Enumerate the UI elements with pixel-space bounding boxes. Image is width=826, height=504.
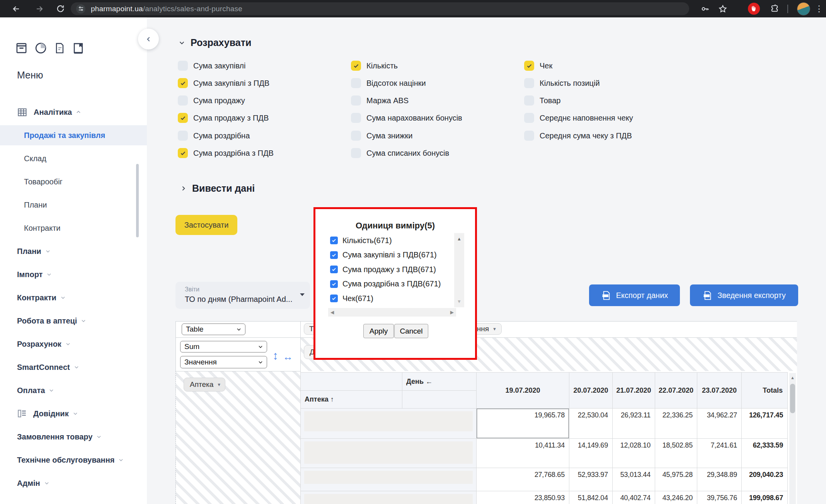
totals-column-header[interactable]: Totals <box>742 373 788 409</box>
extensions-puzzle-icon[interactable] <box>767 0 782 17</box>
date-column-header[interactable]: 21.07.2020 <box>613 373 655 409</box>
sidebar-item-довідник[interactable]: Довідник <box>0 404 147 424</box>
modal-list-item[interactable]: Чек(671) <box>330 293 373 304</box>
pie-chart-icon[interactable] <box>34 41 47 56</box>
checkbox-unchecked[interactable] <box>351 113 361 123</box>
sidebar-item-оплата[interactable]: Оплата <box>0 380 147 400</box>
sidebar-item-технічне-обслуговування[interactable]: Технічне обслуговування <box>0 450 147 470</box>
sidebar-item-розрахунок[interactable]: Розрахунок <box>0 334 147 354</box>
archive-box-icon[interactable] <box>15 41 27 56</box>
modal-apply-button[interactable]: Apply <box>363 324 394 338</box>
checkbox-unchecked[interactable] <box>524 113 534 123</box>
date-column-header[interactable]: 23.07.2020 <box>697 373 742 409</box>
url-bar[interactable]: pharmapoint.ua/analytics/sales-and-purch… <box>71 2 689 15</box>
value-cell[interactable]: 53,013.44 <box>613 468 655 491</box>
value-field-select[interactable]: Значення <box>180 356 267 368</box>
col-order-arrow[interactable]: ↔ <box>283 351 293 363</box>
date-column-header[interactable]: 19.07.2020 <box>477 373 569 409</box>
value-cell[interactable]: 12,028.10 <box>613 439 655 468</box>
value-cell[interactable]: 27,768.65 <box>477 468 569 491</box>
sidebar-item-склад[interactable]: Склад <box>0 148 147 169</box>
password-key-icon[interactable] <box>698 0 712 17</box>
sidebar-collapse-button[interactable] <box>138 29 159 49</box>
modal-list-item[interactable]: Сума закупівлі з ПДВ(671) <box>330 249 437 261</box>
bookmark-star-icon[interactable] <box>716 0 730 17</box>
renderer-select[interactable]: Table <box>182 324 245 335</box>
row-label-cell[interactable] <box>301 409 477 439</box>
value-cell[interactable]: 14,149.69 <box>569 439 613 468</box>
checkbox-unchecked[interactable] <box>351 95 361 106</box>
row-axis-header[interactable]: Аптека ↑ <box>301 391 402 409</box>
checkbox-checked[interactable] <box>330 251 338 259</box>
apply-filters-button[interactable]: Застосувати <box>175 215 237 235</box>
row-attr-pill[interactable]: Аптека ▼ <box>184 378 225 392</box>
value-cell[interactable]: 22,336.25 <box>655 409 697 439</box>
scrollbar-up-arrow-icon[interactable]: ▲ <box>789 375 796 380</box>
checkbox-checked[interactable] <box>351 61 361 71</box>
checkbox-unchecked[interactable] <box>524 78 534 88</box>
sidebar-item-адмін[interactable]: Адмін <box>0 473 147 493</box>
adblock-extension-icon[interactable] <box>745 0 762 17</box>
scrollbar-up-arrow-icon[interactable]: ▲ <box>454 236 464 242</box>
sidebar-item-товарообіг[interactable]: Товарообіг <box>0 172 147 192</box>
value-cell[interactable]: 52,933.97 <box>569 468 613 491</box>
row-order-arrow[interactable]: ↕ <box>272 349 278 362</box>
value-cell[interactable]: 51,842.04 <box>569 491 613 504</box>
row-label-cell[interactable] <box>301 491 477 504</box>
checkbox-checked[interactable] <box>330 266 338 273</box>
modal-horizontal-scrollbar[interactable]: ◀ ▶ <box>328 308 456 317</box>
sidebar-item-контракти[interactable]: Контракти <box>0 218 147 238</box>
book-icon[interactable] <box>72 41 84 56</box>
scrollbar-thumb[interactable] <box>790 384 795 413</box>
row-label-cell[interactable] <box>301 439 477 468</box>
row-label-cell[interactable] <box>301 468 477 491</box>
checkbox-checked[interactable] <box>330 280 338 288</box>
value-cell[interactable]: 7,241.61 <box>697 439 742 468</box>
modal-list-item[interactable]: Кількість(671) <box>330 235 392 246</box>
forward-icon[interactable] <box>32 0 46 17</box>
value-cell[interactable]: 34,962.27 <box>697 409 742 439</box>
checkbox-checked[interactable] <box>178 148 188 158</box>
scrollbar-right-arrow-icon[interactable]: ▶ <box>450 310 454 315</box>
checkbox-unchecked[interactable] <box>351 131 361 141</box>
report-select[interactable]: Звіти ТО по дням (Pharmapoint Ad... <box>175 282 310 309</box>
value-cell[interactable]: 22,530.04 <box>569 409 613 439</box>
checkbox-checked[interactable] <box>178 78 188 88</box>
table-scrollbar[interactable]: ▲ <box>789 373 796 504</box>
chrome-menu-kebab-icon[interactable]: ⋮ <box>813 0 825 17</box>
date-column-header[interactable]: 20.07.2020 <box>569 373 613 409</box>
checkbox-checked[interactable] <box>178 113 188 123</box>
value-cell[interactable]: 10,411.34 <box>477 439 569 468</box>
checkbox-unchecked[interactable] <box>351 78 361 88</box>
total-cell[interactable]: 62,333.59 <box>742 439 788 468</box>
total-cell[interactable]: 126,717.45 <box>742 409 788 439</box>
profile-avatar[interactable] <box>795 0 812 17</box>
value-cell[interactable]: 29,348.89 <box>697 468 742 491</box>
checkbox-checked[interactable] <box>330 237 338 244</box>
value-cell[interactable]: 45,975.28 <box>655 468 697 491</box>
checkbox-unchecked[interactable] <box>524 131 534 141</box>
checkbox-checked[interactable] <box>524 61 534 71</box>
back-icon[interactable] <box>9 0 23 17</box>
document-icon[interactable] <box>54 41 65 56</box>
value-cell[interactable]: 18,502.85 <box>655 439 697 468</box>
value-cell[interactable]: 40,402.74 <box>613 491 655 504</box>
checkbox-unchecked[interactable] <box>178 95 188 106</box>
value-cell[interactable]: 39,756.76 <box>697 491 742 504</box>
sidebar-item-замовлення-товару[interactable]: Замовлення товару <box>0 427 147 447</box>
checkbox-unchecked[interactable] <box>178 131 188 141</box>
sidebar-item-робота-в-аптеці[interactable]: Робота в аптеці <box>0 311 147 331</box>
sidebar-item-smartconnect[interactable]: SmartConnect <box>0 357 147 377</box>
value-cell[interactable]: 23,850.93 <box>477 491 569 504</box>
checkbox-unchecked[interactable] <box>178 61 188 71</box>
scrollbar-down-arrow-icon[interactable]: ▼ <box>454 299 464 304</box>
checkbox-unchecked[interactable] <box>351 148 361 158</box>
modal-vertical-scrollbar[interactable]: ▲ ▼ <box>454 233 464 307</box>
calc-section-header[interactable]: Розрахувати <box>179 37 251 48</box>
sidebar-item-контракти[interactable]: Контракти <box>0 288 147 308</box>
checkbox-checked[interactable] <box>330 295 338 302</box>
total-cell[interactable]: 199,098.67 <box>742 491 788 504</box>
modal-cancel-button[interactable]: Cancel <box>394 324 428 338</box>
reload-icon[interactable] <box>53 0 67 17</box>
sidebar-item-аналітика[interactable]: Аналітика <box>0 102 147 122</box>
